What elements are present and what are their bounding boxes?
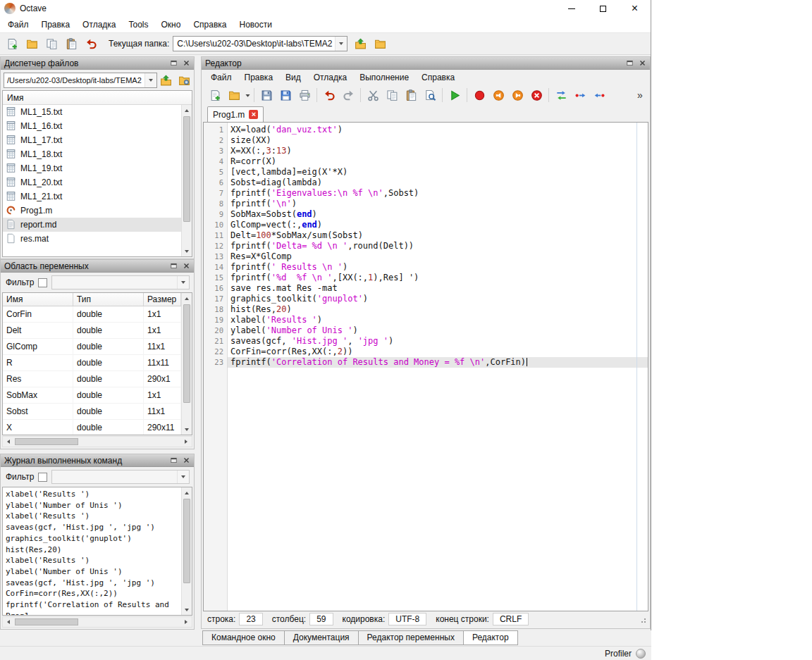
file-list-header[interactable]: Имя — [3, 91, 192, 105]
breakpoint-toggle-icon[interactable] — [552, 87, 570, 104]
editor-menu-item-1[interactable]: Правка — [238, 70, 280, 85]
history-command[interactable]: saveas(gcf, 'Hist.jpg ', 'jpg ') — [3, 522, 181, 533]
new-script-icon[interactable] — [206, 87, 224, 104]
code-line[interactable]: saveas(gcf, 'Hist.jpg ', 'jpg ') — [228, 336, 648, 347]
scroll-left-icon[interactable] — [3, 437, 14, 447]
encoding-value[interactable]: UTF-8 — [388, 613, 426, 625]
variable-row[interactable]: GlCompdouble11x1 — [3, 339, 192, 355]
history-command[interactable]: xlabel('Results ') — [3, 511, 181, 522]
scrollbar-thumb[interactable] — [183, 499, 190, 583]
line-number[interactable]: 21 — [204, 336, 227, 347]
file-row[interactable]: ML1_19.txt — [3, 161, 181, 175]
workspace-column-header[interactable]: Имя — [3, 293, 73, 306]
chevron-down-icon[interactable] — [335, 37, 347, 51]
menubar-item-4[interactable]: Окно — [155, 18, 187, 32]
file-row[interactable]: ML1_17.txt — [3, 133, 181, 147]
copy-icon[interactable] — [42, 35, 61, 52]
close-panel-icon[interactable] — [180, 456, 192, 466]
forward-icon[interactable] — [508, 87, 527, 104]
cut-icon[interactable] — [364, 87, 382, 104]
chevron-down-icon[interactable] — [177, 471, 189, 483]
variable-row[interactable]: Deltdouble1x1 — [3, 323, 192, 339]
maximize-button[interactable] — [587, 0, 619, 17]
code-line[interactable]: save res.mat Res -mat — [228, 283, 648, 294]
paste-icon[interactable] — [402, 87, 420, 104]
variable-row[interactable]: Resdouble290x1 — [3, 371, 192, 387]
editor-menu-item-0[interactable]: Файл — [204, 70, 238, 85]
undock-icon[interactable] — [168, 58, 179, 68]
open-folder-icon[interactable] — [225, 87, 243, 104]
chevron-down-icon[interactable] — [144, 73, 156, 87]
dock-tab-3[interactable]: Редактор — [463, 630, 518, 645]
line-number[interactable]: 16 — [204, 283, 227, 294]
scrollbar-thumb[interactable] — [15, 438, 78, 445]
history-command[interactable]: ylabel('Number of Unis ') — [3, 566, 181, 578]
filter-checkbox[interactable] — [38, 473, 47, 482]
code-line[interactable]: hist(Res,20) — [228, 304, 648, 315]
scroll-up-icon[interactable] — [182, 293, 192, 304]
undock-icon[interactable] — [168, 261, 179, 271]
close-panel-icon[interactable] — [180, 261, 192, 271]
line-number[interactable]: 9 — [204, 209, 227, 220]
history-command[interactable]: saveas(gcf, 'Hist.jpg ', 'jpg ') — [3, 578, 181, 589]
code-line[interactable]: R=corr(X) — [228, 156, 648, 167]
scroll-up-icon[interactable] — [182, 487, 192, 498]
undock-icon[interactable] — [168, 456, 179, 466]
code-line[interactable]: graphics_toolkit('gnuplot') — [228, 294, 648, 304]
menubar-item-6[interactable]: Новости — [233, 18, 278, 32]
line-number[interactable]: 20 — [204, 325, 227, 336]
editor-titlebar[interactable]: Редактор — [202, 57, 650, 70]
paste-icon[interactable] — [62, 35, 80, 52]
menubar-item-2[interactable]: Отладка — [76, 18, 122, 32]
line-number[interactable]: 12 — [204, 241, 227, 251]
scrollbar-thumb[interactable] — [15, 618, 78, 625]
line-number[interactable]: 23 — [204, 357, 227, 368]
history-titlebar[interactable]: Журнал выполненных команд — [1, 454, 194, 467]
file-browser-titlebar[interactable]: Диспетчер файлов — [1, 57, 194, 70]
folder-up-icon[interactable] — [351, 35, 369, 52]
folder-icon[interactable] — [371, 35, 389, 52]
line-number[interactable]: 14 — [204, 262, 227, 273]
save-icon[interactable] — [257, 87, 276, 104]
tab-close-icon[interactable] — [249, 110, 258, 119]
variable-row[interactable]: Rdouble11x11 — [3, 355, 192, 371]
history-command[interactable]: graphics_toolkit('gnuplot') — [3, 533, 181, 544]
dock-tab-2[interactable]: Редактор переменных — [358, 630, 464, 645]
file-row[interactable]: ML1_20.txt — [3, 175, 181, 189]
line-number[interactable]: 7 — [204, 188, 227, 199]
run-icon[interactable] — [445, 87, 464, 104]
history-command[interactable]: fprintf('Correlation of Results and — [3, 599, 181, 611]
variable-row[interactable]: CorFindouble1x1 — [3, 306, 192, 323]
history-command[interactable]: hist(Res,20) — [3, 544, 181, 556]
file-row[interactable]: report.md — [3, 218, 181, 232]
code-line[interactable]: fprintf('\n') — [228, 199, 648, 209]
filter-checkbox[interactable] — [38, 278, 47, 287]
breakpoint-next-icon[interactable] — [571, 87, 589, 104]
line-number[interactable]: 18 — [204, 304, 227, 315]
line-number[interactable]: 10 — [204, 220, 227, 230]
editor-menu-item-5[interactable]: Справка — [415, 70, 461, 85]
open-arrow-icon[interactable] — [244, 87, 251, 104]
filter-combobox[interactable] — [51, 470, 190, 484]
code-line[interactable]: fprintf(' Results \n ') — [228, 262, 648, 273]
breakpoint-prev-icon[interactable] — [590, 87, 608, 104]
line-number[interactable]: 1 — [204, 125, 227, 135]
undo-icon[interactable] — [82, 35, 100, 52]
scroll-right-icon[interactable] — [180, 617, 192, 627]
code-line[interactable]: SobMax=Sobst(end) — [228, 209, 648, 220]
code-line[interactable]: Delt=100*SobMax/sum(Sobst) — [228, 230, 648, 241]
history-command[interactable]: xlabel('Results ') — [3, 489, 181, 500]
file-row[interactable]: ML1_15.txt — [3, 105, 181, 119]
history-command[interactable]: CorFin=corr(Res,XX(:,2)) — [3, 588, 181, 599]
history-command[interactable]: xlabel('Results ') — [3, 555, 181, 566]
print-icon[interactable] — [295, 87, 314, 104]
workspace-scrollbar[interactable] — [181, 293, 192, 435]
file-row[interactable]: res.mat — [3, 232, 181, 246]
menubar-item-3[interactable]: Tools — [123, 18, 155, 32]
line-number[interactable]: 5 — [204, 167, 227, 178]
code-line[interactable]: fprintf('%d %f \n ',[XX(:,1),Res] ') — [228, 273, 648, 283]
folder-gear-icon[interactable] — [176, 72, 192, 89]
resize-grip[interactable] — [637, 614, 647, 624]
menubar-item-0[interactable]: Файл — [1, 18, 35, 32]
dock-tab-0[interactable]: Командное окно — [202, 630, 285, 645]
